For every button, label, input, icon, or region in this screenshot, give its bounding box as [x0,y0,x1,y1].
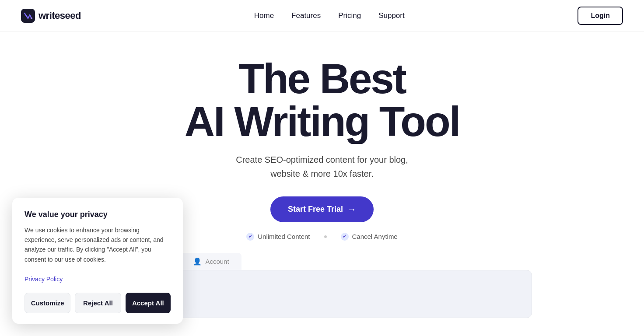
badge-check-icon-2 [341,233,349,241]
svg-point-1 [31,18,32,19]
cta-arrow-icon: → [347,204,356,214]
logo-text: writeseed [38,10,81,21]
hero-sub-line2: website & more 10x faster. [270,169,374,178]
logo[interactable]: writeseed [21,9,81,23]
badge-unlimited: Unlimited Content [246,233,310,241]
reject-all-button[interactable]: Reject All [75,293,121,313]
badge-label-2: Cancel Anytime [352,233,398,240]
badge-label-1: Unlimited Content [258,233,310,240]
tab-account-label: Account [205,258,229,265]
cookie-banner: We value your privacy We use cookies to … [12,198,183,324]
start-free-trial-button[interactable]: Start Free Trial → [270,196,374,222]
hero-headline-line1: The Best [185,58,460,100]
privacy-policy-link[interactable]: Privacy Policy [24,276,63,283]
cookie-title: We value your privacy [24,210,171,219]
badge-separator [324,235,327,238]
account-tab-icon: 👤 [193,257,202,266]
customize-button[interactable]: Customize [24,293,70,313]
tab-account[interactable]: 👤 Account [181,253,241,270]
cookie-body: We use cookies to enhance your browsing … [24,225,171,284]
navbar: writeseed Home Features Pricing Support … [0,0,644,32]
hero-sub-line1: Create SEO-optimized content for your bl… [236,155,408,164]
logo-icon [21,9,35,23]
cookie-body-text: We use cookies to enhance your browsing … [24,227,164,263]
cookie-actions: Customize Reject All Accept All [24,293,171,313]
hero-subtext: Create SEO-optimized content for your bl… [236,153,408,181]
accept-all-button[interactable]: Accept All [126,293,171,313]
badge-check-icon-1 [246,233,254,241]
nav-item-pricing[interactable]: Pricing [338,11,361,20]
svg-rect-0 [21,9,35,23]
nav-links: Home Features Pricing Support [254,11,405,20]
hero-headline-line2: AI Writing Tool [185,100,460,144]
hero-badges: Unlimited Content Cancel Anytime [246,233,397,241]
nav-item-features[interactable]: Features [291,11,321,20]
nav-item-home[interactable]: Home [254,11,274,20]
nav-item-support[interactable]: Support [378,11,405,20]
hero-headline: The Best AI Writing Tool [185,58,460,144]
badge-cancel: Cancel Anytime [341,233,398,241]
cta-label: Start Free Trial [288,205,343,214]
login-button[interactable]: Login [578,7,623,25]
